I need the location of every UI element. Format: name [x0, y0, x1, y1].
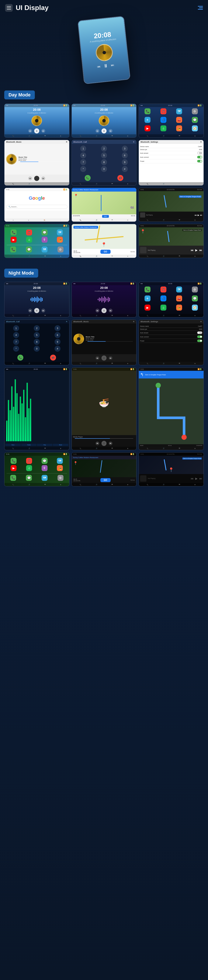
- night-dial-4[interactable]: 4: [13, 332, 19, 338]
- hangup-btn[interactable]: 📵: [117, 175, 123, 181]
- night-prev-2[interactable]: ⏮: [96, 309, 99, 312]
- night-app-telegram[interactable]: ✈: [145, 296, 150, 301]
- night-app-settings[interactable]: ⚙: [192, 286, 198, 293]
- app-music[interactable]: 🎵: [161, 108, 166, 114]
- cp-prev[interactable]: ⏮: [195, 214, 197, 216]
- eq-preset-3[interactable]: Pop: [37, 444, 52, 446]
- dial-8[interactable]: 8: [101, 159, 107, 165]
- dial-hash[interactable]: #: [122, 166, 128, 172]
- night-dial-star[interactable]: *: [13, 346, 19, 352]
- night-dial-8[interactable]: 8: [34, 339, 40, 345]
- dial-3[interactable]: 3: [122, 146, 128, 151]
- night-app-radio[interactable]: 📻: [176, 305, 182, 310]
- dial-star[interactable]: *: [80, 166, 86, 172]
- answer-btn[interactable]: 📞: [85, 175, 91, 181]
- night-app-phone[interactable]: 📞: [145, 286, 150, 293]
- night-dial-6[interactable]: 6: [55, 332, 60, 338]
- night-ios-spotify[interactable]: ♫: [26, 465, 32, 471]
- dial-0[interactable]: 0: [101, 166, 107, 172]
- night-next-1[interactable]: ⏭: [41, 309, 45, 312]
- prev-btn-1[interactable]: ⏮: [28, 129, 32, 133]
- app-messages[interactable]: 💬: [192, 117, 198, 123]
- night-bt-next[interactable]: ⏭: [109, 356, 112, 360]
- bt-play[interactable]: ⏸: [34, 176, 39, 181]
- dial-5[interactable]: 5: [101, 153, 107, 158]
- ios-spotify[interactable]: ♫: [26, 237, 32, 243]
- night-next-2[interactable]: ⏭: [109, 309, 112, 312]
- dial-4[interactable]: 4: [80, 153, 86, 158]
- eq-preset-1[interactable]: Bass: [5, 444, 21, 446]
- app-spotify[interactable]: ♫: [161, 126, 166, 131]
- hamburger-icon[interactable]: [5, 4, 13, 12]
- night-cp-prev[interactable]: ⏮: [191, 477, 194, 480]
- auto-answer-toggle[interactable]: [197, 152, 202, 154]
- night-dial-1[interactable]: 1: [13, 325, 19, 331]
- ios-youtube[interactable]: ▶: [11, 237, 17, 243]
- app-phone[interactable]: 📞: [145, 108, 150, 114]
- night-dial-0[interactable]: 0: [34, 346, 40, 352]
- night-bt-play[interactable]: ⏸: [101, 355, 107, 361]
- bt-prev[interactable]: ⏮: [28, 177, 32, 180]
- play-btn-1[interactable]: ⏸: [34, 128, 39, 134]
- night-app-messages[interactable]: 💬: [192, 296, 198, 301]
- nav-go-btn[interactable]: GO: [100, 250, 110, 254]
- dial-7[interactable]: 7: [80, 159, 86, 165]
- ios-dock-messages[interactable]: 💬: [26, 247, 32, 253]
- carplay2-next[interactable]: ⏭: [199, 248, 202, 252]
- menu-dots-icon[interactable]: [198, 6, 203, 10]
- night-hangup-btn[interactable]: 📵: [50, 355, 56, 361]
- ios-phone[interactable]: 📞: [11, 229, 17, 235]
- ios-dock-settings[interactable]: ⚙: [58, 247, 63, 253]
- ios-music[interactable]: 🎵: [26, 229, 32, 235]
- night-dial-3[interactable]: 3: [55, 325, 60, 331]
- night-auto-answer-toggle[interactable]: [197, 331, 202, 334]
- play-btn-2[interactable]: ⏸: [101, 128, 107, 134]
- app-youtube[interactable]: ▶: [145, 126, 150, 131]
- night-cp-next[interactable]: ⏭: [199, 477, 202, 480]
- night-app-carplay[interactable]: 🚗: [176, 296, 182, 301]
- app-bluetooth[interactable]: 🔵: [161, 117, 166, 123]
- ios-radio[interactable]: 📻: [57, 237, 63, 243]
- next-icon[interactable]: ⏭: [111, 63, 115, 67]
- night-ios-dock-phone[interactable]: 📞: [10, 475, 16, 481]
- play-icon[interactable]: ⏸: [103, 63, 109, 69]
- ios-maps[interactable]: 🗺: [57, 229, 63, 235]
- cp-next[interactable]: ⏭: [200, 214, 202, 216]
- ios-dock-maps[interactable]: 🗺: [42, 247, 47, 253]
- cp-play[interactable]: ▶: [198, 214, 199, 216]
- night-ios-messages[interactable]: 💬: [42, 458, 47, 464]
- ios-messages[interactable]: 💬: [42, 229, 47, 235]
- night-power-toggle[interactable]: [197, 339, 202, 342]
- night-ios-podcast[interactable]: 🎙: [42, 465, 47, 471]
- dial-6[interactable]: 6: [122, 153, 128, 158]
- night-answer-btn[interactable]: 📞: [17, 355, 24, 361]
- night-cp-play[interactable]: ▶: [195, 477, 198, 480]
- next-btn-1[interactable]: ⏭: [41, 129, 45, 133]
- night-app-waze[interactable]: 🧭: [192, 305, 198, 310]
- night-dial-5[interactable]: 5: [34, 332, 40, 338]
- night-app-bluetooth[interactable]: 🔵: [161, 296, 166, 301]
- night-prev-1[interactable]: ⏮: [28, 309, 32, 312]
- go-button[interactable]: GO: [102, 215, 109, 218]
- night-ios-youtube[interactable]: ▶: [11, 465, 17, 471]
- prev-btn-2[interactable]: ⏮: [96, 129, 99, 133]
- bt-next[interactable]: ⏭: [41, 177, 45, 180]
- night-dial-9[interactable]: 9: [55, 339, 60, 345]
- night-app-youtube[interactable]: ▶: [145, 305, 150, 310]
- carplay2-prev[interactable]: ⏮: [191, 248, 194, 252]
- power-toggle[interactable]: [197, 160, 202, 162]
- app-settings[interactable]: ⚙: [192, 108, 198, 114]
- dial-2[interactable]: 2: [101, 146, 107, 151]
- app-waze[interactable]: 🧭: [192, 126, 198, 131]
- night-dial-2[interactable]: 2: [34, 325, 40, 331]
- food-play[interactable]: ⏸: [101, 441, 107, 446]
- app-radio[interactable]: 📻: [176, 126, 182, 131]
- night-play-1[interactable]: ⏸: [34, 308, 39, 313]
- google-search-bar[interactable]: 🔍 Search...: [6, 205, 68, 209]
- night-bt-prev[interactable]: ⏮: [96, 356, 99, 360]
- ios-podcast[interactable]: 🎙: [42, 237, 47, 243]
- food-next[interactable]: ⏭: [109, 441, 112, 445]
- night-ios-dock-maps[interactable]: 🗺: [42, 475, 47, 481]
- night-ios-radio[interactable]: 📻: [57, 465, 63, 471]
- eq-preset-2[interactable]: Treble: [21, 444, 37, 446]
